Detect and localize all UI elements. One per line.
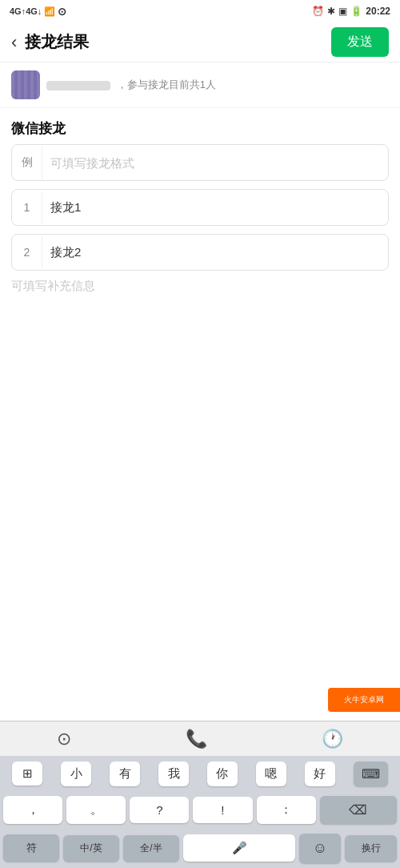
signal-area: 4G↑4G↓ 📶 ⊙: [10, 6, 66, 18]
status-right: ⏰ ✱ ▣ 🔋 20:22: [312, 6, 390, 17]
key-colon[interactable]: ：: [257, 796, 316, 824]
quickword-xiao[interactable]: 小: [61, 762, 91, 786]
back-button[interactable]: ‹: [11, 32, 17, 53]
bottom-row: 符 中/英 全/半 🎤 ☺ 换行: [0, 828, 400, 868]
alarm-icon: ⏰: [312, 6, 324, 17]
backspace-button[interactable]: ⌫: [320, 796, 397, 824]
emoji-key[interactable]: ☺: [299, 834, 341, 863]
fullhalf-key[interactable]: 全/半: [123, 835, 179, 862]
header: ‹ 接龙结果 发送: [0, 22, 400, 62]
keyboard-toolbar: ⊙ 📞 🕐: [0, 721, 400, 756]
space-key[interactable]: 🎤: [183, 834, 295, 862]
supplement-area: [11, 279, 389, 343]
notification-bar: ，参与接龙目前共1人: [0, 62, 400, 108]
row-2-value: 接龙2: [42, 235, 388, 270]
page-title: 接龙结果: [25, 31, 331, 53]
quickword-hide-icon[interactable]: ⌨: [354, 762, 388, 786]
key-period[interactable]: 。: [66, 796, 126, 824]
signal-icon: 📶: [44, 6, 55, 17]
row-2-label: 2: [12, 236, 42, 268]
status-bar: 4G↑4G↓ 📶 ⊙ ⏰ ✱ ▣ 🔋 20:22: [0, 0, 400, 22]
notification-text: ，参与接龙目前共1人: [46, 78, 216, 92]
enter-key[interactable]: 换行: [345, 835, 397, 862]
battery-icon: 🔋: [350, 6, 362, 17]
quickword-hao[interactable]: 好: [305, 762, 335, 786]
dragon-row-2: 2 接龙2: [11, 234, 389, 271]
location-icon[interactable]: ⊙: [57, 729, 71, 749]
clock-icon[interactable]: 🕐: [322, 729, 343, 749]
supplement-input[interactable]: [11, 279, 389, 327]
watermark: 火牛安卓网: [328, 688, 400, 712]
notif-content: ，参与接龙目前共1人: [117, 78, 216, 90]
num-row: ， 。 ? ! ： ⌫: [0, 791, 400, 828]
quickword-you[interactable]: 有: [110, 762, 140, 786]
key-question[interactable]: ?: [130, 797, 189, 823]
example-input[interactable]: [42, 147, 388, 179]
symbol-key[interactable]: 符: [3, 834, 59, 862]
content-area: ，参与接龙目前共1人 微信接龙 例 1 接龙1 2 接龙2: [0, 62, 400, 535]
avatar: [11, 70, 40, 99]
key-exclaim[interactable]: !: [193, 797, 252, 823]
row-1-label: 1: [12, 191, 42, 223]
send-button[interactable]: 发送: [331, 27, 389, 57]
signal-text: 4G↑4G↓: [10, 6, 42, 16]
nfc-icon: ▣: [338, 6, 347, 17]
quickword-grid-icon[interactable]: ⊞: [12, 762, 42, 786]
section-title: 微信接龙: [0, 108, 400, 144]
form-area: 例 1 接龙1 2 接龙2: [0, 144, 400, 271]
quickword-ni[interactable]: 你: [207, 762, 238, 786]
example-label: 例: [12, 146, 42, 179]
key-comma[interactable]: ，: [3, 796, 62, 824]
row-1-value: 接龙1: [42, 191, 388, 225]
quickword-row: ⊞ 小 有 我 你 嗯 好 ⌨: [0, 756, 400, 791]
example-row: 例: [11, 144, 389, 181]
dragon-row-1: 1 接龙1: [11, 189, 389, 226]
wifi-icon: ⊙: [58, 6, 66, 18]
bluetooth-icon: ✱: [327, 6, 335, 17]
blur-name: [46, 81, 110, 90]
time-display: 20:22: [366, 6, 390, 17]
watermark-text: 火牛安卓网: [344, 694, 384, 705]
quickword-wo[interactable]: 我: [158, 762, 189, 786]
phone-icon[interactable]: 📞: [186, 729, 207, 749]
quickword-en[interactable]: 嗯: [256, 762, 286, 786]
keyboard-area: ⊙ 📞 🕐 ⊞ 小 有 我 你 嗯 好 ⌨ ， 。 ? ! ： ⌫ 符 中/英 …: [0, 721, 400, 868]
lang-key[interactable]: 中/英: [63, 835, 119, 862]
